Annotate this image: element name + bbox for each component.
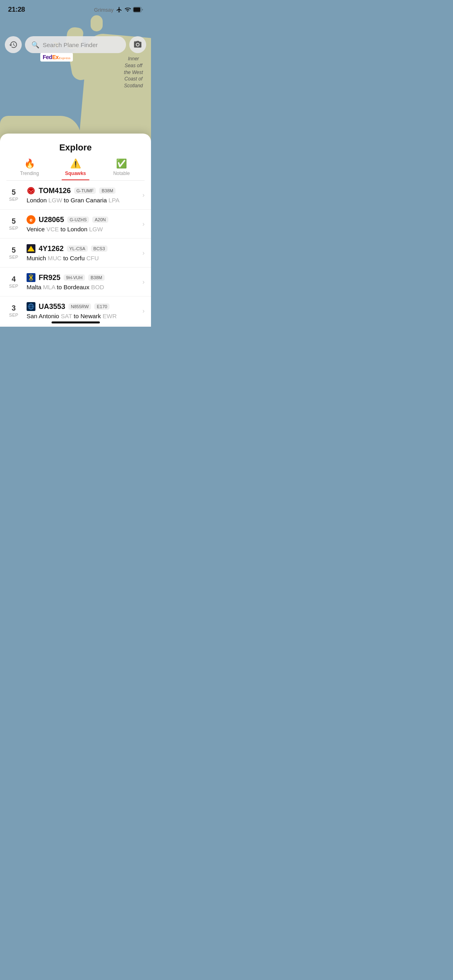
fedex-express-label: Express: [59, 57, 71, 60]
flight-number-3: FR925: [39, 274, 60, 282]
map-label-inner-seas: InnerSeas offthe WestCoast ofScotland: [124, 56, 143, 89]
flight-top-2: 4Y1262 YL-CSA BCS3: [27, 244, 137, 253]
flight-route-1: Venice VCE to London LGW: [27, 226, 137, 233]
flight-info-1: e U28065 G-UZHS A20N Venice VCE to Londo…: [27, 215, 137, 233]
flight-to-label-3: to: [57, 284, 64, 290]
flight-row-tom4126[interactable]: 5 SEP TOM4126 G-TUMF B38M: [0, 181, 151, 210]
tabs-row: 🔥 Trending ⚠️ Squawks ✅ Notable: [6, 159, 145, 181]
camera-icon: [133, 40, 142, 49]
flight-date-3: 4 SEP: [6, 275, 21, 288]
flight-from-code-2: MUC: [48, 255, 62, 261]
flight-route-0: London LGW to Gran Canaria LPA: [27, 197, 137, 204]
flight-reg-0: G-TUMF: [74, 187, 96, 194]
flight-top-4: UA3553 N855RW E170: [27, 302, 137, 311]
flight-aircraft-3: B38M: [88, 274, 105, 281]
flight-from-3: Malta: [27, 284, 41, 290]
chevron-0: ›: [143, 191, 145, 199]
flight-to-label-4: to: [74, 313, 81, 319]
flight-reg-2: YL-CSA: [67, 245, 88, 252]
airline-logo-1: e: [27, 215, 35, 224]
flights-list: 5 SEP TOM4126 G-TUMF B38M: [0, 181, 151, 325]
airline-logo-4: [27, 302, 35, 311]
flight-to-0: Gran Canaria: [70, 197, 107, 204]
flight-number-0: TOM4126: [39, 187, 71, 195]
airline-logo-2: [27, 244, 35, 253]
flight-to-code-1: LGW: [89, 226, 103, 233]
chevron-3: ›: [143, 278, 145, 286]
flight-date-1: 5 SEP: [6, 217, 21, 231]
camera-button[interactable]: [129, 36, 146, 53]
flight-info-0: TOM4126 G-TUMF B38M London LGW to Gran C…: [27, 186, 137, 204]
flight-aircraft-4: E170: [94, 303, 110, 310]
search-history-button[interactable]: [5, 36, 22, 53]
notable-icon: ✅: [116, 159, 127, 169]
squawks-icon: ⚠️: [70, 159, 81, 169]
trending-icon: 🔥: [24, 159, 35, 169]
flight-from-1: Venice: [27, 226, 45, 233]
flight-to-2: Corfu: [70, 255, 85, 261]
flight-reg-3: 9H-VUH: [64, 274, 85, 281]
fedex-logo-purple: Fed: [43, 54, 52, 60]
flight-info-3: FR925 9H-VUH B38M Malta MLA to Bordeaux …: [27, 273, 137, 290]
flight-date-4: 3 SEP: [6, 304, 21, 317]
status-right-area: Grimsay: [94, 6, 143, 13]
flight-to-code-0: LPA: [108, 197, 119, 204]
tab-notable[interactable]: ✅ Notable: [99, 159, 145, 180]
wifi-icon: [124, 6, 131, 13]
history-icon: [9, 40, 18, 49]
flight-info-4: UA3553 N855RW E170 San Antonio SAT to Ne…: [27, 302, 137, 319]
flight-aircraft-0: B38M: [99, 187, 116, 194]
united-logo: [27, 302, 35, 311]
tab-trending[interactable]: 🔥 Trending: [6, 159, 52, 180]
flight-to-1: London: [67, 226, 87, 233]
flight-to-code-3: BOD: [91, 284, 104, 290]
trending-label: Trending: [20, 171, 39, 176]
flight-top-0: TOM4126 G-TUMF B38M: [27, 186, 137, 195]
tui-logo: [27, 186, 35, 195]
search-placeholder: Search Plane Finder: [43, 41, 98, 48]
flight-from-4: San Antonio: [27, 313, 59, 319]
status-bar: 21:28 Grimsay: [0, 0, 151, 15]
flight-row-fr925[interactable]: 4 SEP FR925 9H-VUH B38M: [0, 268, 151, 296]
airline-logo-0: [27, 186, 35, 195]
flight-number-4: UA3553: [39, 303, 65, 311]
flight-from-code-3: MLA: [43, 284, 55, 290]
flight-date-num-2: 5: [6, 246, 21, 255]
flight-date-num-1: 5: [6, 217, 21, 226]
status-location: Grimsay: [94, 7, 114, 13]
flight-date-0: 5 SEP: [6, 188, 21, 202]
flight-route-3: Malta MLA to Bordeaux BOD: [27, 284, 137, 290]
flight-from-0: London: [27, 197, 47, 204]
flight-date-num-0: 5: [6, 188, 21, 197]
tab-squawks[interactable]: ⚠️ Squawks: [52, 159, 98, 180]
flight-date-2: 5 SEP: [6, 246, 21, 259]
fedex-badge: FedEx Express: [40, 53, 73, 62]
ryanair-logo: [27, 273, 35, 282]
flight-to-label-0: to: [64, 197, 71, 204]
status-time: 21:28: [8, 6, 25, 14]
flight-row-4y1262[interactable]: 5 SEP 4Y1262 YL-CSA BCS3: [0, 239, 151, 268]
search-icon: 🔍: [31, 41, 39, 49]
flight-date-month-1: SEP: [6, 226, 21, 231]
squawks-label: Squawks: [65, 171, 86, 176]
airline-logo-3: [27, 273, 35, 282]
flight-date-num-4: 3: [6, 304, 21, 313]
home-indicator: [52, 321, 100, 323]
flight-from-2: Munich: [27, 255, 46, 261]
flight-date-month-3: SEP: [6, 284, 21, 288]
flight-date-month-2: SEP: [6, 255, 21, 259]
flight-to-code-4: EWR: [103, 313, 117, 319]
explore-title: Explore: [0, 134, 151, 159]
flight-date-num-3: 4: [6, 275, 21, 284]
search-input-container[interactable]: 🔍 Search Plane Finder: [25, 36, 126, 53]
battery-icon: [133, 6, 143, 13]
flight-to-3: Bordeaux: [64, 284, 89, 290]
search-bar-area: 🔍 Search Plane Finder: [0, 36, 151, 53]
flight-top-1: e U28065 G-UZHS A20N: [27, 215, 137, 224]
flight-number-2: 4Y1262: [39, 245, 64, 253]
airplane-mode-icon: [116, 6, 122, 13]
flight-reg-4: N855RW: [68, 303, 91, 310]
flight-row-u28065[interactable]: 5 SEP e U28065 G-UZHS A20N Venice VCE to…: [0, 210, 151, 239]
flight-aircraft-2: BCS3: [91, 245, 108, 252]
flight-to-label-2: to: [63, 255, 70, 261]
